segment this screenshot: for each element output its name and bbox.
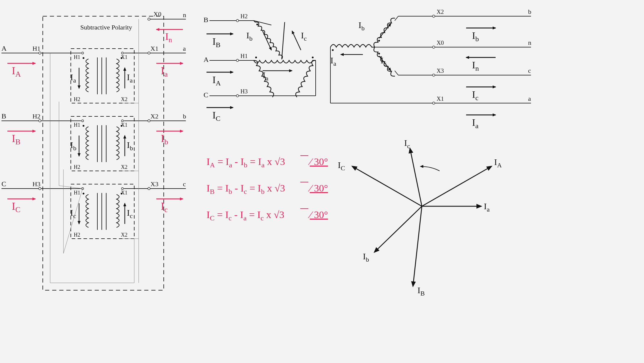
svg-point-98 xyxy=(255,57,257,58)
svg-text:IA: IA xyxy=(212,74,221,87)
svg-text:H1: H1 xyxy=(74,54,80,60)
svg-text:c: c xyxy=(183,180,186,188)
svg-text:IC: IC xyxy=(12,200,20,214)
svg-text:c: c xyxy=(528,67,531,74)
svg-text:Ib: Ib xyxy=(358,20,365,32)
unit-b: B H2 IB X2 b Ib H1 H2 X1 X2 Ib Ib xyxy=(1,112,186,171)
svg-line-102 xyxy=(263,31,271,50)
svg-point-67 xyxy=(83,193,84,194)
svg-point-86 xyxy=(236,59,239,62)
svg-point-49 xyxy=(122,120,124,122)
neutral-terminal: X0 xyxy=(153,10,161,18)
svg-text:X1: X1 xyxy=(121,190,127,196)
svg-point-107 xyxy=(332,49,334,51)
svg-text:Ib: Ib xyxy=(363,251,369,263)
svg-point-100 xyxy=(312,57,314,58)
svg-text:Ib: Ib xyxy=(70,140,76,152)
svg-text:∕ 30°: ∕ 30° xyxy=(308,209,328,220)
sec-a-current: Ia xyxy=(161,65,168,78)
svg-point-80 xyxy=(236,19,239,22)
svg-point-15 xyxy=(121,57,122,59)
svg-text:Ic: Ic xyxy=(472,89,479,102)
transformer-diagram: Subtractive Polarity X0 n In A H1 IA X1 … xyxy=(0,0,644,363)
svg-line-115 xyxy=(395,16,398,21)
svg-point-1 xyxy=(148,18,150,20)
svg-point-39 xyxy=(83,125,84,127)
svg-text:X2: X2 xyxy=(121,164,127,170)
svg-text:IB: IB xyxy=(417,285,425,297)
phase-a-ext-term: H1 xyxy=(32,45,40,52)
svg-text:Ia: Ia xyxy=(484,201,490,213)
svg-text:H1: H1 xyxy=(74,122,80,128)
svg-text:Ib: Ib xyxy=(127,140,133,152)
delta-primary-sketch: B H2 IB A H1 IA C H3 IC xyxy=(204,13,316,122)
svg-line-96 xyxy=(254,21,271,25)
svg-line-156 xyxy=(410,149,422,206)
svg-point-57 xyxy=(148,187,150,190)
outer-enclosure xyxy=(43,16,164,290)
svg-text:IC = Ic - Ia = Ic  x √3: IC = Ic - Ia = Ic x √3 xyxy=(207,209,284,222)
svg-text:X1: X1 xyxy=(121,122,127,128)
svg-text:X2: X2 xyxy=(121,96,127,102)
svg-text:C: C xyxy=(204,91,208,99)
svg-text:Ib: Ib xyxy=(246,30,253,42)
svg-point-5 xyxy=(148,52,150,54)
svg-text:b: b xyxy=(528,8,531,15)
svg-text:A: A xyxy=(204,56,209,63)
unit-a: A H1 IA X1 a Ia H1 H2 X1 X2 Ia Ia xyxy=(1,44,186,103)
svg-text:B: B xyxy=(204,16,208,24)
svg-text:Ic: Ic xyxy=(301,30,307,42)
svg-text:H3: H3 xyxy=(240,88,248,95)
svg-text:IC: IC xyxy=(338,160,345,172)
svg-line-132 xyxy=(379,24,391,38)
svg-text:Ia: Ia xyxy=(127,72,133,84)
svg-point-121 xyxy=(432,74,435,76)
svg-text:B: B xyxy=(1,112,6,120)
svg-text:Ia: Ia xyxy=(472,117,479,130)
neutral-current: In xyxy=(165,31,172,44)
svg-point-126 xyxy=(432,102,435,104)
svg-point-3 xyxy=(39,52,41,54)
svg-text:n: n xyxy=(528,39,531,46)
svg-text:Ib: Ib xyxy=(472,30,479,43)
phase-a-current: IA xyxy=(12,65,21,78)
svg-line-162 xyxy=(413,206,422,286)
svg-point-116 xyxy=(432,15,435,17)
svg-text:IB: IB xyxy=(12,133,20,146)
svg-point-51 xyxy=(39,187,41,190)
svg-point-92 xyxy=(236,95,239,97)
svg-line-106 xyxy=(292,31,301,50)
svg-text:H1: H1 xyxy=(240,53,248,59)
svg-text:IB: IB xyxy=(212,36,220,49)
svg-line-160 xyxy=(375,206,422,252)
svg-text:H2: H2 xyxy=(240,13,248,19)
svg-text:X1: X1 xyxy=(121,54,127,60)
svg-point-108 xyxy=(378,40,380,42)
sec-a-ext-term: X1 xyxy=(150,45,158,52)
svg-text:H3: H3 xyxy=(32,180,40,188)
svg-text:a: a xyxy=(528,95,531,102)
equations: IA = Ia - Ib = Ia x √3 ∕ 30° IB = Ib - I… xyxy=(207,156,328,222)
svg-text:In: In xyxy=(472,60,479,72)
svg-text:Ic: Ic xyxy=(161,200,168,214)
neutral-line-label: n xyxy=(183,11,186,19)
svg-text:Ia: Ia xyxy=(263,70,268,82)
svg-point-71 xyxy=(121,193,122,194)
phasor-diagram: Ia IA Ic IC Ib IB xyxy=(338,138,502,297)
svg-text:Ia: Ia xyxy=(330,55,336,67)
svg-point-99 xyxy=(256,24,258,25)
phase-a-label: A xyxy=(1,44,7,52)
svg-point-20 xyxy=(82,52,84,54)
sec-a-line-label: a xyxy=(183,45,186,52)
svg-text:IA: IA xyxy=(494,157,502,169)
svg-text:H1: H1 xyxy=(74,190,80,196)
svg-point-48 xyxy=(82,120,84,122)
svg-point-23 xyxy=(39,120,41,122)
svg-point-21 xyxy=(122,52,124,54)
svg-text:∕ 30°: ∕ 30° xyxy=(308,156,328,167)
svg-text:X0: X0 xyxy=(437,39,444,46)
svg-text:H2: H2 xyxy=(74,164,80,170)
svg-point-29 xyxy=(148,120,150,122)
svg-point-11 xyxy=(83,57,84,59)
svg-text:IB = Ib - Ic = Ib  x √3: IB = Ib - Ic = Ib x √3 xyxy=(207,183,285,195)
